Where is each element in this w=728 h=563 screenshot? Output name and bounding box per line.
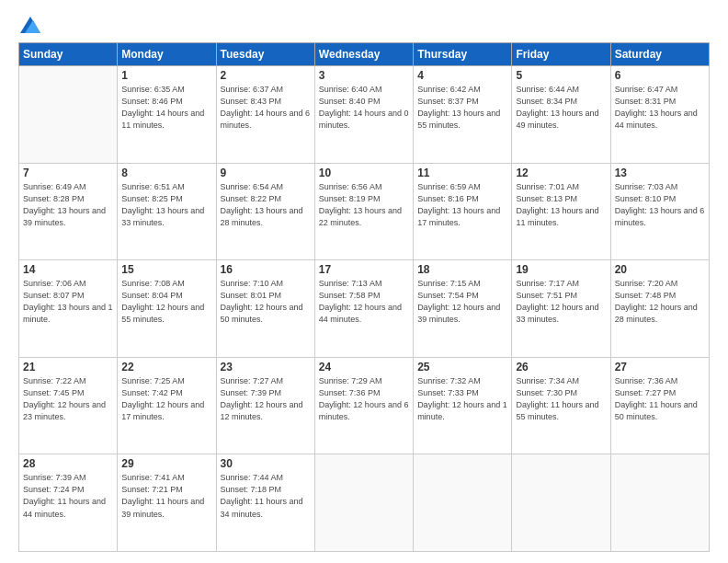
- day-info: Sunrise: 7:39 AMSunset: 7:24 PMDaylight:…: [23, 472, 113, 520]
- day-info: Sunrise: 6:47 AMSunset: 8:31 PMDaylight:…: [615, 84, 705, 132]
- day-number: 20: [615, 263, 705, 276]
- day-number: 13: [615, 167, 705, 179]
- day-number: 17: [319, 263, 409, 276]
- weekday-header-saturday: Saturday: [610, 43, 709, 66]
- calendar-cell: 25Sunrise: 7:32 AMSunset: 7:33 PMDayligh…: [414, 357, 512, 454]
- day-number: 30: [221, 457, 311, 470]
- calendar-cell: 20Sunrise: 7:20 AMSunset: 7:48 PMDayligh…: [610, 260, 709, 358]
- calendar-cell: 24Sunrise: 7:29 AMSunset: 7:36 PMDayligh…: [314, 357, 413, 454]
- calendar-cell: 5Sunrise: 6:44 AMSunset: 8:34 PMDaylight…: [512, 66, 610, 164]
- calendar-cell: 8Sunrise: 6:51 AMSunset: 8:25 PMDaylight…: [118, 163, 216, 260]
- calendar-cell: 30Sunrise: 7:44 AMSunset: 7:18 PMDayligh…: [216, 454, 314, 552]
- day-info: Sunrise: 7:03 AMSunset: 8:10 PMDaylight:…: [615, 181, 705, 229]
- weekday-header-sunday: Sunday: [19, 43, 118, 66]
- calendar-cell: 11Sunrise: 6:59 AMSunset: 8:16 PMDayligh…: [414, 163, 512, 260]
- calendar-cell: [314, 454, 413, 552]
- day-number: 11: [417, 167, 507, 179]
- day-info: Sunrise: 7:36 AMSunset: 7:27 PMDaylight:…: [615, 375, 705, 423]
- weekday-header-friday: Friday: [512, 43, 610, 66]
- day-info: Sunrise: 6:54 AMSunset: 8:22 PMDaylight:…: [221, 181, 311, 229]
- day-number: 10: [319, 167, 409, 179]
- calendar-cell: 15Sunrise: 7:08 AMSunset: 8:04 PMDayligh…: [118, 260, 216, 358]
- calendar-cell: 13Sunrise: 7:03 AMSunset: 8:10 PMDayligh…: [610, 163, 709, 260]
- day-number: 7: [23, 167, 113, 179]
- calendar-cell: 12Sunrise: 7:01 AMSunset: 8:13 PMDayligh…: [512, 163, 610, 260]
- calendar-cell: 16Sunrise: 7:10 AMSunset: 8:01 PMDayligh…: [216, 260, 314, 358]
- week-row-3: 14Sunrise: 7:06 AMSunset: 8:07 PMDayligh…: [19, 260, 710, 358]
- day-info: Sunrise: 7:29 AMSunset: 7:36 PMDaylight:…: [319, 375, 409, 423]
- day-info: Sunrise: 7:41 AMSunset: 7:21 PMDaylight:…: [121, 472, 211, 520]
- day-info: Sunrise: 7:15 AMSunset: 7:54 PMDaylight:…: [417, 278, 507, 326]
- day-info: Sunrise: 6:37 AMSunset: 8:43 PMDaylight:…: [221, 84, 311, 132]
- day-info: Sunrise: 7:22 AMSunset: 7:45 PMDaylight:…: [23, 375, 113, 423]
- calendar-cell: [19, 66, 118, 164]
- day-info: Sunrise: 6:56 AMSunset: 8:19 PMDaylight:…: [319, 181, 409, 229]
- day-info: Sunrise: 6:49 AMSunset: 8:28 PMDaylight:…: [23, 181, 113, 229]
- day-number: 18: [417, 263, 507, 276]
- day-info: Sunrise: 7:01 AMSunset: 8:13 PMDaylight:…: [516, 181, 606, 229]
- calendar-cell: 27Sunrise: 7:36 AMSunset: 7:27 PMDayligh…: [610, 357, 709, 454]
- calendar-cell: 18Sunrise: 7:15 AMSunset: 7:54 PMDayligh…: [414, 260, 512, 358]
- day-number: 21: [23, 361, 113, 373]
- day-number: 8: [121, 167, 211, 179]
- day-number: 9: [221, 167, 311, 179]
- calendar-cell: 7Sunrise: 6:49 AMSunset: 8:28 PMDaylight…: [19, 163, 118, 260]
- calendar-cell: 28Sunrise: 7:39 AMSunset: 7:24 PMDayligh…: [19, 454, 118, 552]
- day-number: 28: [23, 457, 113, 470]
- weekday-header-row: SundayMondayTuesdayWednesdayThursdayFrid…: [19, 43, 710, 66]
- calendar-cell: 6Sunrise: 6:47 AMSunset: 8:31 PMDaylight…: [610, 66, 709, 164]
- calendar-table: SundayMondayTuesdayWednesdayThursdayFrid…: [18, 42, 710, 552]
- day-number: 16: [221, 263, 311, 276]
- day-info: Sunrise: 6:44 AMSunset: 8:34 PMDaylight:…: [516, 84, 606, 132]
- calendar-cell: 23Sunrise: 7:27 AMSunset: 7:39 PMDayligh…: [216, 357, 314, 454]
- day-number: 22: [121, 361, 211, 373]
- day-info: Sunrise: 7:20 AMSunset: 7:48 PMDaylight:…: [615, 278, 705, 326]
- page: SundayMondayTuesdayWednesdayThursdayFrid…: [0, 0, 728, 563]
- day-number: 15: [121, 263, 211, 276]
- day-info: Sunrise: 7:17 AMSunset: 7:51 PMDaylight:…: [516, 278, 606, 326]
- calendar-cell: 9Sunrise: 6:54 AMSunset: 8:22 PMDaylight…: [216, 163, 314, 260]
- day-info: Sunrise: 7:44 AMSunset: 7:18 PMDaylight:…: [221, 472, 311, 520]
- weekday-header-wednesday: Wednesday: [314, 43, 413, 66]
- day-number: 3: [319, 69, 409, 82]
- day-number: 25: [417, 361, 507, 373]
- day-number: 26: [516, 361, 606, 373]
- day-number: 2: [221, 69, 311, 82]
- day-info: Sunrise: 7:32 AMSunset: 7:33 PMDaylight:…: [417, 375, 507, 423]
- day-info: Sunrise: 7:06 AMSunset: 8:07 PMDaylight:…: [23, 278, 113, 326]
- calendar-cell: 10Sunrise: 6:56 AMSunset: 8:19 PMDayligh…: [314, 163, 413, 260]
- day-number: 27: [615, 361, 705, 373]
- calendar-cell: 1Sunrise: 6:35 AMSunset: 8:46 PMDaylight…: [118, 66, 216, 164]
- day-info: Sunrise: 6:40 AMSunset: 8:40 PMDaylight:…: [319, 84, 409, 132]
- day-number: 12: [516, 167, 606, 179]
- calendar-cell: 29Sunrise: 7:41 AMSunset: 7:21 PMDayligh…: [118, 454, 216, 552]
- calendar-cell: 4Sunrise: 6:42 AMSunset: 8:37 PMDaylight…: [414, 66, 512, 164]
- day-info: Sunrise: 7:27 AMSunset: 7:39 PMDaylight:…: [221, 375, 311, 423]
- day-info: Sunrise: 7:13 AMSunset: 7:58 PMDaylight:…: [319, 278, 409, 326]
- day-number: 14: [23, 263, 113, 276]
- day-number: 6: [615, 69, 705, 82]
- day-number: 19: [516, 263, 606, 276]
- calendar-cell: 14Sunrise: 7:06 AMSunset: 8:07 PMDayligh…: [19, 260, 118, 358]
- day-number: 29: [121, 457, 211, 470]
- week-row-5: 28Sunrise: 7:39 AMSunset: 7:24 PMDayligh…: [19, 454, 710, 552]
- calendar-cell: 17Sunrise: 7:13 AMSunset: 7:58 PMDayligh…: [314, 260, 413, 358]
- calendar-cell: 26Sunrise: 7:34 AMSunset: 7:30 PMDayligh…: [512, 357, 610, 454]
- day-info: Sunrise: 6:35 AMSunset: 8:46 PMDaylight:…: [121, 84, 211, 132]
- week-row-4: 21Sunrise: 7:22 AMSunset: 7:45 PMDayligh…: [19, 357, 710, 454]
- calendar-cell: 22Sunrise: 7:25 AMSunset: 7:42 PMDayligh…: [118, 357, 216, 454]
- day-info: Sunrise: 7:34 AMSunset: 7:30 PMDaylight:…: [516, 375, 606, 423]
- weekday-header-monday: Monday: [118, 43, 216, 66]
- logo-icon: [20, 17, 40, 33]
- day-info: Sunrise: 7:10 AMSunset: 8:01 PMDaylight:…: [221, 278, 311, 326]
- day-number: 1: [121, 69, 211, 82]
- week-row-1: 1Sunrise: 6:35 AMSunset: 8:46 PMDaylight…: [19, 66, 710, 164]
- calendar-cell: 2Sunrise: 6:37 AMSunset: 8:43 PMDaylight…: [216, 66, 314, 164]
- calendar-cell: 21Sunrise: 7:22 AMSunset: 7:45 PMDayligh…: [19, 357, 118, 454]
- day-info: Sunrise: 6:59 AMSunset: 8:16 PMDaylight:…: [417, 181, 507, 229]
- day-info: Sunrise: 6:51 AMSunset: 8:25 PMDaylight:…: [121, 181, 211, 229]
- week-row-2: 7Sunrise: 6:49 AMSunset: 8:28 PMDaylight…: [19, 163, 710, 260]
- day-info: Sunrise: 6:42 AMSunset: 8:37 PMDaylight:…: [417, 84, 507, 132]
- day-number: 5: [516, 69, 606, 82]
- header: [18, 17, 710, 33]
